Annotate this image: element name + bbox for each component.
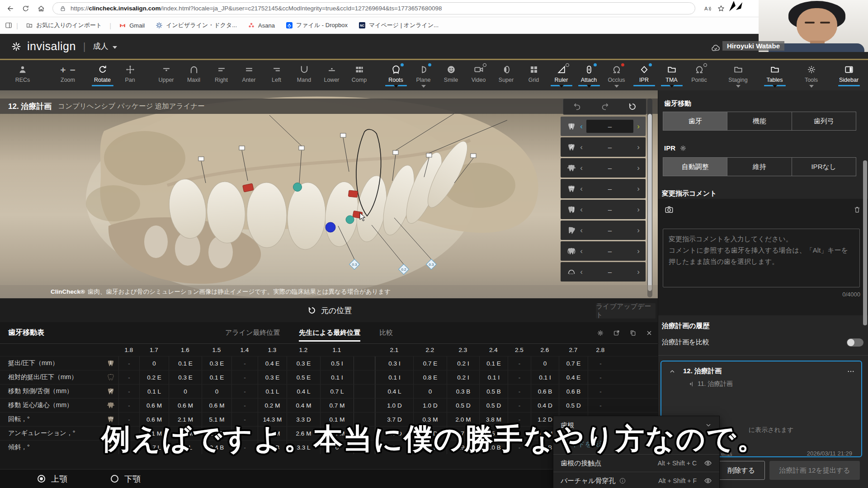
reset-icon[interactable] xyxy=(628,102,637,111)
ipr-tab-3[interactable]: IPRなし xyxy=(792,158,856,176)
table-tab-2[interactable]: 先生による最終位置 xyxy=(299,322,360,343)
toolbar-roots-button[interactable]: Roots xyxy=(382,63,410,88)
movement-tab-2[interactable]: 機能 xyxy=(727,112,791,130)
increase-chevron[interactable]: › xyxy=(635,268,642,276)
toolbar-left-button[interactable]: Left xyxy=(263,63,290,88)
bookmark-invis-star[interactable]: インビザライン・ドクタ... xyxy=(151,20,241,31)
bookmark-dropbox[interactable]: ファイル - Dropbox xyxy=(282,20,352,31)
decrease-chevron[interactable]: ‹ xyxy=(578,268,585,276)
ipr-tab-2[interactable]: 維持 xyxy=(727,158,791,176)
bookmark-asana[interactable]: Asana xyxy=(244,20,279,30)
trash-icon[interactable] xyxy=(853,205,861,214)
camera-icon[interactable] xyxy=(665,205,674,214)
viewport-scrollbar[interactable] xyxy=(647,99,652,297)
settings-gear-icon[interactable] xyxy=(597,329,604,337)
increase-chevron[interactable]: › xyxy=(635,206,642,213)
ipr-gear-icon[interactable] xyxy=(679,145,687,152)
radio-upper-jaw[interactable]: 上顎 xyxy=(38,474,67,484)
toolbar-tools-button[interactable]: Tools xyxy=(793,63,830,88)
toolbar-smile-button[interactable]: Smile xyxy=(437,63,465,88)
undo-icon[interactable] xyxy=(573,102,582,111)
decrease-chevron[interactable]: ‹ xyxy=(578,185,585,192)
increase-chevron[interactable]: › xyxy=(635,122,642,130)
toolbar-rotate-button[interactable]: Rotate xyxy=(89,63,116,88)
toolbar-ruler-button[interactable]: Ruler xyxy=(547,63,575,88)
compare-toggle[interactable] xyxy=(847,338,863,347)
toolbar-ipr-button[interactable]: IPR xyxy=(630,63,658,88)
parent-plan-row[interactable]: 11. 治療計画 xyxy=(688,380,861,388)
toolbar-tables-button[interactable]: Tables xyxy=(756,63,793,88)
toolbar-mand-button[interactable]: Mand xyxy=(290,63,318,88)
increase-chevron[interactable]: › xyxy=(635,143,642,151)
movement-row-2[interactable]: ‹–› xyxy=(561,137,646,157)
increase-chevron[interactable]: › xyxy=(635,164,642,172)
sidebar-scrollbar[interactable] xyxy=(863,160,867,325)
movement-row-5[interactable]: ‹–› xyxy=(561,200,646,219)
favorite-star-icon[interactable] xyxy=(717,5,725,13)
toolbar-upper-button[interactable]: Upper xyxy=(152,63,180,88)
patient-type-dropdown[interactable]: 成人 xyxy=(93,41,117,52)
bookmark-gmail[interactable]: Gmail xyxy=(115,20,149,30)
table-tab-3[interactable]: 比較 xyxy=(379,322,393,343)
back-icon[interactable] xyxy=(4,2,17,15)
chevron-up-icon[interactable] xyxy=(669,368,676,375)
toolbar-anter-button[interactable]: Anter xyxy=(235,63,263,88)
viewport-3d[interactable]: 0.3 0.2 0.3 12. 治療計画 コンプリヘンシブ パッケージ 追加アラ… xyxy=(0,90,659,298)
bookmark-nc[interactable]: NCマイページ | オンライン... xyxy=(354,20,443,31)
marker-teal[interactable] xyxy=(346,216,354,224)
decrease-chevron[interactable]: ‹ xyxy=(578,122,585,130)
radio-lower-jaw[interactable]: 下顎 xyxy=(111,474,141,484)
toolbar-sidebar-button[interactable]: Sidebar xyxy=(830,63,868,88)
toolbar-video-button[interactable]: Video xyxy=(465,63,492,88)
movement-row-3[interactable]: ‹–› xyxy=(561,158,646,178)
bookmark-import[interactable]: お気に入りのインポート xyxy=(22,20,106,31)
movement-row-4[interactable]: ‹–› xyxy=(561,179,646,198)
toolbar-pan-button[interactable]: Pan xyxy=(116,63,144,88)
read-aloud-icon[interactable]: A xyxy=(703,5,712,13)
decrease-chevron[interactable]: ‹ xyxy=(578,247,585,255)
increase-chevron[interactable]: › xyxy=(635,247,642,255)
movement-tab-3[interactable]: 歯列弓 xyxy=(792,112,856,130)
decrease-chevron[interactable]: ‹ xyxy=(578,143,585,151)
more-options-icon[interactable] xyxy=(847,367,855,375)
eye-icon[interactable] xyxy=(704,477,712,485)
movement-tab-1[interactable]: 歯牙 xyxy=(663,112,727,130)
decrease-chevron[interactable]: ‹ xyxy=(578,164,585,172)
eye-icon[interactable] xyxy=(704,459,712,467)
delete-button[interactable]: 削除する xyxy=(717,461,765,480)
toolbar-right-button[interactable]: Right xyxy=(208,63,235,88)
toolbar-zoom-button[interactable]: +−Zoom xyxy=(54,63,81,88)
toolbar-attach-button[interactable]: Attach xyxy=(575,63,603,88)
redo-icon[interactable] xyxy=(600,102,609,111)
toolbar-occlus-button[interactable]: Occlus xyxy=(603,63,630,88)
toolbar-plane-button[interactable]: Plane xyxy=(410,63,437,88)
movement-row-1[interactable]: ‹–› xyxy=(561,117,646,136)
toolbar-maxil-button[interactable]: Maxil xyxy=(180,63,208,88)
toolbar-staging-button[interactable]: Staging xyxy=(720,63,756,88)
original-position-button[interactable]: 元の位置 xyxy=(307,305,352,316)
open-external-icon[interactable] xyxy=(613,329,620,337)
table-tab-1[interactable]: アライン最終位置 xyxy=(225,322,280,343)
increase-chevron[interactable]: › xyxy=(635,185,642,192)
submit-plan-button[interactable]: 治療計画 12を提出する xyxy=(769,461,860,480)
live-update-button[interactable]: ライブアップデート xyxy=(596,303,656,319)
info-icon[interactable] xyxy=(619,477,626,484)
copy-icon[interactable] xyxy=(629,329,637,337)
decrease-chevron[interactable]: ‹ xyxy=(578,206,585,213)
toolbar-recs-button[interactable]: RECs xyxy=(9,63,36,88)
refresh-icon[interactable] xyxy=(19,2,33,15)
toolbar-super-button[interactable]: Super xyxy=(492,63,520,88)
tab-panel-icon[interactable] xyxy=(5,21,13,29)
comment-input[interactable] xyxy=(663,229,860,287)
toolbar-lower-button[interactable]: Lower xyxy=(318,63,345,88)
menu-item-virtual-perforation[interactable]: バーチャル骨穿孔 Alt + Shift + F xyxy=(553,472,719,488)
movement-row-8[interactable]: ‹–› xyxy=(561,262,646,282)
toolbar-tma-button[interactable]: TMA xyxy=(658,63,685,88)
home-icon[interactable] xyxy=(34,2,48,15)
movement-row-6[interactable]: ‹–› xyxy=(561,221,646,240)
toolbar-pontic-button[interactable]: Pontic xyxy=(685,63,713,88)
scrollbar-thumb[interactable] xyxy=(648,114,652,291)
toolbar-comp-button[interactable]: Comp xyxy=(345,63,373,88)
movement-row-7[interactable]: ‹–› xyxy=(561,241,646,261)
decrease-chevron[interactable]: ‹ xyxy=(578,226,585,234)
